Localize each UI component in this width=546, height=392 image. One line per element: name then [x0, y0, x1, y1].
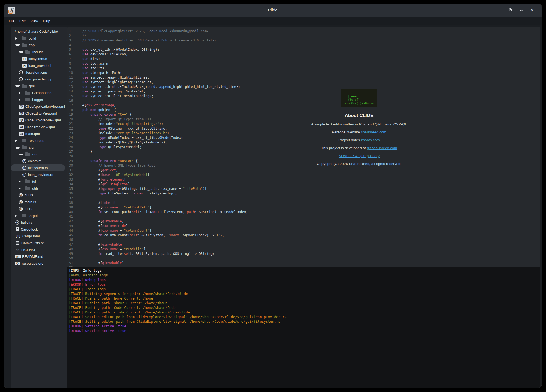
- line-number: 39: [67, 205, 78, 210]
- about-logo-ascii: * |.===. {}o o{} --ooO--(_)--Ooo--: [344, 91, 374, 105]
- titlebar[interactable]: X Clide ×: [4, 4, 542, 17]
- tree-item-tui-rs[interactable]: Rtui.rs: [11, 205, 67, 212]
- tree-item-main-qml[interactable]: Qtmain.qml: [11, 130, 67, 137]
- about-link[interactable]: knoats.com: [361, 138, 380, 142]
- tree-item-clideapplicationview-qml[interactable]: QtClideApplicationView.qml: [11, 103, 67, 110]
- tree-item-qml[interactable]: qml: [11, 83, 67, 89]
- line-number: 43: [67, 224, 78, 228]
- minimize-button[interactable]: [518, 6, 524, 14]
- tree-item-components[interactable]: Components: [11, 89, 67, 96]
- about-link[interactable]: KDAB CXX-Qt repository: [339, 154, 380, 158]
- tree-item-icon-provider-rs[interactable]: Ricon_provider.rs: [11, 171, 67, 178]
- code-line: 41: [67, 214, 540, 219]
- chevron-down-icon[interactable]: [15, 147, 20, 149]
- line-number: 2: [67, 34, 78, 38]
- folder-icon: [25, 92, 30, 95]
- log-line: [TRACE] Setting editor path from ClideEx…: [69, 315, 540, 319]
- menu-item-edit[interactable]: Edit: [17, 19, 28, 23]
- tree-item-build-rs[interactable]: Rbuild.rs: [11, 219, 67, 226]
- line-number: 37: [67, 196, 78, 201]
- menu-item-file[interactable]: File: [6, 19, 17, 23]
- menu-item-view[interactable]: View: [28, 19, 40, 23]
- chevron-right-icon[interactable]: [19, 92, 23, 94]
- tree-item-logger[interactable]: Logger: [11, 96, 67, 103]
- tree-item-label: build.rs: [21, 220, 32, 225]
- chevron-down-icon[interactable]: [15, 85, 20, 87]
- tree-item-filesystem-cpp[interactable]: Cfilesystem.cpp: [11, 69, 67, 76]
- tree-item-cmakelists-txt[interactable]: CMakeLists.txt: [11, 240, 67, 246]
- tree-item-clideexplorerview-qml[interactable]: QtClideExplorerView.qml: [11, 117, 67, 124]
- about-line: This project is developed at git.shaunre…: [269, 146, 449, 150]
- tree-item-label: icon_provider.h: [28, 64, 52, 68]
- code-line: 8use log::warn;: [67, 61, 540, 66]
- line-number: 29: [67, 159, 78, 163]
- tree-item-src[interactable]: src: [11, 144, 67, 151]
- code-line: 11use syntect::easy::HighlightLines;: [67, 75, 540, 80]
- tree-item-resources-qrc[interactable]: Qtresources.qrc: [11, 260, 67, 267]
- tree-item-label: gui: [32, 152, 37, 156]
- chevron-right-icon[interactable]: [15, 215, 20, 217]
- folder-icon: [22, 139, 26, 142]
- tree-item-target[interactable]: target: [11, 212, 67, 219]
- log-line: [TRACE] Pushing path: shaun Current: /ho…: [69, 301, 540, 305]
- tree-item-gui[interactable]: gui: [11, 151, 67, 158]
- file-tree-panel[interactable]: / home/ shaun/ Code/ clide/buildcppinclu…: [11, 27, 67, 388]
- tree-item-clidetreeview-qml[interactable]: QtClideTreeView.qml: [11, 124, 67, 130]
- about-link[interactable]: shaunreed.com: [361, 130, 386, 134]
- tree-item-build[interactable]: build: [11, 35, 67, 42]
- file-icon-toml: [T]: [15, 234, 21, 238]
- code-editor[interactable]: 1// SPDX-FileCopyrightText: 2026, Shaun …: [67, 27, 540, 267]
- chevron-right-icon[interactable]: [15, 37, 20, 40]
- tree-item-readme-md[interactable]: M↓README.md: [11, 253, 67, 260]
- tree-item-utils[interactable]: utils: [11, 185, 67, 192]
- chevron-right-icon[interactable]: [15, 140, 20, 142]
- log-console[interactable]: [INFO] Info logs[WARN] Warning logs[DEBU…: [67, 267, 540, 388]
- line-number: 20: [67, 117, 78, 122]
- menu-item-help[interactable]: Help: [40, 19, 53, 23]
- chevron-down-icon[interactable]: [15, 44, 20, 46]
- tree-item-label: Cargo.toml: [22, 234, 40, 238]
- line-number: 44: [67, 228, 78, 233]
- tree-item-filesystem-h[interactable]: Hfilesystem.h: [11, 55, 67, 62]
- tree-item-label: build: [29, 36, 36, 40]
- tree-item-cargo-toml[interactable]: [T]Cargo.toml: [11, 233, 67, 240]
- code-line: 44 #[cxx_name = "columnCount"]: [67, 228, 540, 233]
- chevron-down-icon[interactable]: [19, 154, 23, 155]
- tree-item-main-rs[interactable]: Rmain.rs: [11, 199, 67, 205]
- tree-item-clideeditorview-qml[interactable]: QtClideEditorView.qml: [11, 110, 67, 117]
- chevron-down-icon[interactable]: [19, 51, 23, 53]
- maximize-button[interactable]: [507, 6, 513, 14]
- tree-item-cargo-lock[interactable]: Cargo.lock: [11, 226, 67, 233]
- code-line: 37: [67, 196, 540, 201]
- log-line: [DEBUG] Setting active: true: [69, 328, 540, 333]
- code-line: 10use std::path::Path;: [67, 71, 540, 75]
- tree-item-gui-rs[interactable]: Rgui.rs: [11, 192, 67, 199]
- tree-item-colors-rs[interactable]: Rcolors.rs: [11, 158, 67, 164]
- tree-item-cpp[interactable]: cpp: [11, 42, 67, 49]
- line-number: 3: [67, 38, 78, 43]
- window-controls: ×: [507, 4, 535, 17]
- file-icon-txt: [16, 241, 19, 245]
- tree-item-resources[interactable]: resources: [11, 137, 67, 144]
- line-number: 31: [67, 168, 78, 173]
- chevron-right-icon[interactable]: [19, 99, 23, 101]
- tree-item-icon-provider-h[interactable]: Hicon_provider.h: [11, 62, 67, 69]
- code-line: 31 #[qobject]: [67, 168, 540, 173]
- line-number: 33: [67, 177, 78, 182]
- tree-root-path[interactable]: / home/ shaun/ Code/ clide/: [11, 28, 67, 35]
- code-line: 49 fn read_file(self: &FileSystem, path:…: [67, 252, 540, 256]
- tree-item-license[interactable]: ☆LICENSE: [11, 246, 67, 253]
- folder-icon: [22, 37, 26, 40]
- close-button[interactable]: ×: [529, 6, 535, 14]
- log-line: [ERROR] Error logs: [69, 282, 540, 287]
- about-line: Project notes knoats.com: [269, 138, 449, 142]
- chevron-right-icon[interactable]: [19, 181, 23, 183]
- tree-item-icon-provider-cpp[interactable]: Cicon_provider.cpp: [11, 76, 67, 83]
- tree-item-tui[interactable]: tui: [11, 178, 67, 185]
- line-number: 26: [67, 145, 78, 149]
- tree-item-filesystem-rs[interactable]: Rfilesystem.rs: [11, 164, 65, 171]
- about-link[interactable]: git.shaunreed.com: [367, 146, 397, 150]
- tree-item-include[interactable]: include: [11, 49, 67, 55]
- tree-item-label: ClideApplicationView.qml: [25, 104, 65, 109]
- chevron-right-icon[interactable]: [19, 187, 23, 190]
